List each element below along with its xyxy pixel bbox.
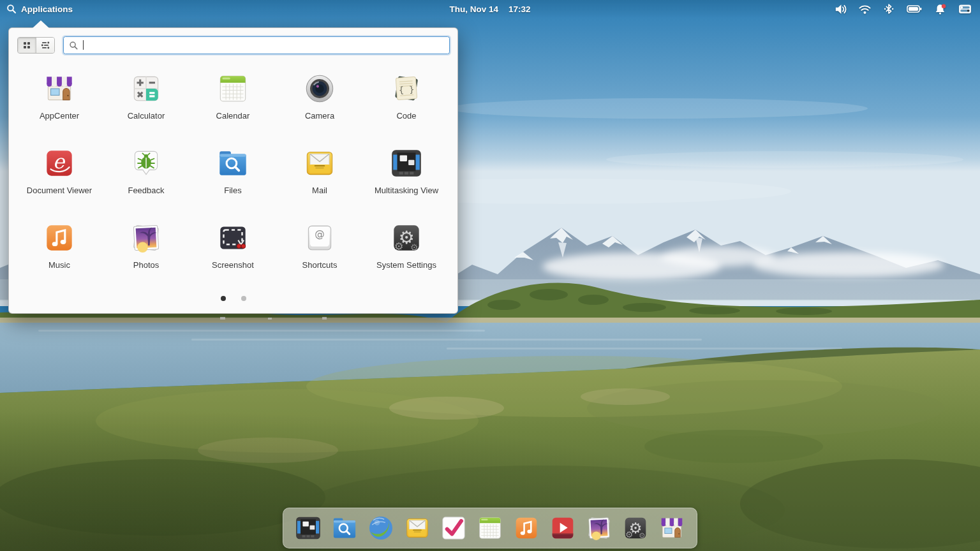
files-icon: [214, 145, 251, 182]
multitasking-view-icon: [293, 513, 323, 543]
page-dot-1[interactable]: [221, 296, 226, 301]
grid-view-icon: [22, 40, 32, 50]
panel-time: 17:32: [509, 4, 531, 14]
dock-appcenter[interactable]: [657, 513, 687, 543]
app-files[interactable]: Files: [189, 145, 276, 195]
calculator-icon: [128, 70, 165, 107]
videos-icon: [547, 513, 578, 543]
dock: [283, 508, 697, 548]
dock-mail[interactable]: [402, 513, 433, 543]
dock-files[interactable]: [329, 513, 360, 543]
dock-system-settings[interactable]: [620, 513, 651, 543]
app-camera[interactable]: Camera: [276, 70, 363, 121]
app-appcenter[interactable]: AppCenter: [16, 70, 103, 121]
photos-icon: [128, 219, 165, 256]
system-settings-icon: [388, 219, 425, 256]
app-label: Photos: [133, 260, 159, 270]
session-icon[interactable]: [958, 3, 972, 15]
battery-icon[interactable]: [906, 3, 923, 15]
document-viewer-icon: [41, 145, 78, 182]
panel-indicators: [834, 3, 980, 16]
mail-icon: [402, 513, 433, 543]
app-label: Mail: [312, 186, 327, 195]
app-document-viewer[interactable]: Document Viewer: [16, 145, 103, 195]
datetime-button[interactable]: Thu, Nov 14 17:32: [449, 4, 530, 14]
applications-menu-button[interactable]: Applications: [0, 4, 73, 14]
appcenter-icon: [657, 513, 687, 543]
system-settings-icon: [620, 513, 651, 543]
feedback-icon: [128, 145, 165, 182]
appcenter-icon: [41, 70, 78, 107]
app-label: Music: [48, 260, 70, 270]
code-icon: [388, 70, 425, 107]
app-system-settings[interactable]: System Settings: [363, 219, 450, 270]
list-view-icon: [40, 40, 50, 50]
files-icon: [329, 513, 360, 543]
calendar-icon: [214, 70, 251, 107]
panel-date: Thu, Nov 14: [449, 4, 498, 14]
page-indicator: [9, 296, 457, 301]
app-feedback[interactable]: Feedback: [103, 145, 189, 195]
app-label: Multitasking View: [375, 186, 438, 195]
dock-tasks[interactable]: [438, 513, 469, 543]
applications-launcher: AppCenter Calculator Calendar Camera Cod…: [8, 27, 458, 314]
app-screenshot[interactable]: Screenshot: [189, 219, 276, 270]
app-label: Calculator: [128, 111, 165, 121]
app-code[interactable]: Code: [363, 70, 450, 121]
camera-icon: [301, 70, 338, 107]
app-label: Calendar: [216, 111, 250, 121]
wifi-icon[interactable]: [858, 3, 872, 16]
app-label: Feedback: [128, 186, 164, 195]
app-calendar[interactable]: Calendar: [189, 70, 276, 121]
notifications-icon[interactable]: [933, 3, 947, 16]
app-label: Shortcuts: [302, 260, 338, 270]
mail-icon: [301, 145, 338, 182]
app-label: Document Viewer: [27, 186, 92, 195]
app-label: Code: [396, 111, 416, 121]
dock-photos[interactable]: [584, 513, 614, 543]
tasks-icon: [438, 513, 469, 543]
dock-videos[interactable]: [547, 513, 578, 543]
app-grid: AppCenter Calculator Calendar Camera Cod…: [9, 54, 457, 270]
app-multitasking-view[interactable]: Multitasking View: [363, 145, 450, 195]
volume-icon[interactable]: [834, 3, 847, 16]
dock-multitasking-view[interactable]: [293, 513, 323, 543]
applications-label: Applications: [21, 4, 73, 14]
search-icon: [69, 41, 78, 50]
dock-music[interactable]: [511, 513, 542, 543]
screenshot-icon: [214, 219, 251, 256]
app-music[interactable]: Music: [16, 219, 103, 270]
app-mail[interactable]: Mail: [276, 145, 363, 195]
multitasking-view-icon: [388, 145, 425, 182]
list-view-button[interactable]: [36, 38, 54, 53]
text-caret: [83, 40, 84, 50]
app-photos[interactable]: Photos: [103, 219, 189, 270]
page-dot-2[interactable]: [241, 296, 246, 301]
bluetooth-icon[interactable]: [882, 3, 895, 15]
music-icon: [511, 513, 542, 543]
search-icon: [6, 4, 17, 14]
app-label: Screenshot: [212, 260, 254, 270]
app-label: AppCenter: [40, 111, 79, 121]
web-browser-icon: [366, 513, 396, 543]
shortcuts-icon: [301, 219, 338, 256]
photos-icon: [584, 513, 614, 543]
top-panel: Applications Thu, Nov 14 17:32: [0, 0, 980, 18]
view-toggle-group: [17, 37, 55, 54]
app-calculator[interactable]: Calculator: [103, 70, 189, 121]
calendar-icon: [475, 513, 505, 543]
app-label: System Settings: [376, 260, 436, 270]
app-label: Files: [224, 186, 241, 195]
grid-view-button[interactable]: [18, 38, 36, 53]
search-input[interactable]: [82, 41, 444, 50]
search-box[interactable]: [63, 36, 450, 54]
dock-web-browser[interactable]: [366, 513, 396, 543]
app-label: Camera: [305, 111, 334, 121]
app-shortcuts[interactable]: Shortcuts: [276, 219, 363, 270]
launcher-toolbar: [9, 28, 457, 54]
music-icon: [41, 219, 78, 256]
dock-calendar[interactable]: [475, 513, 505, 543]
notification-badge: [942, 4, 946, 8]
